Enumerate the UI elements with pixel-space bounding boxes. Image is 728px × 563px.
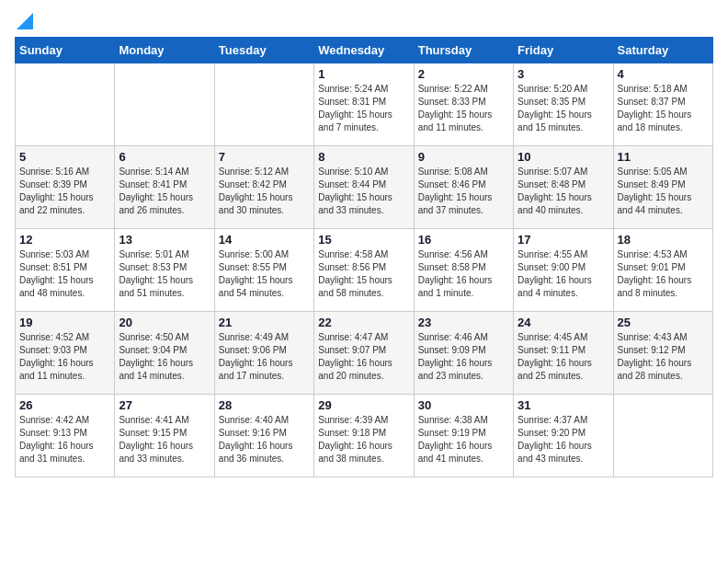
day-number: 15 — [318, 233, 409, 247]
calendar-cell: 4Sunrise: 5:18 AM Sunset: 8:37 PM Daylig… — [613, 63, 712, 146]
day-detail: Sunrise: 4:49 AM Sunset: 9:06 PM Dayligh… — [219, 331, 310, 383]
calendar-cell: 14Sunrise: 5:00 AM Sunset: 8:55 PM Dayli… — [214, 229, 313, 312]
day-detail: Sunrise: 5:05 AM Sunset: 8:49 PM Dayligh… — [618, 166, 709, 217]
calendar-cell: 2Sunrise: 5:22 AM Sunset: 8:33 PM Daylig… — [414, 63, 513, 146]
calendar-cell: 13Sunrise: 5:01 AM Sunset: 8:53 PM Dayli… — [115, 229, 214, 312]
day-number: 20 — [119, 316, 210, 329]
header-wednesday: Wednesday — [314, 38, 414, 63]
calendar-week-5: 26Sunrise: 4:42 AM Sunset: 9:13 PM Dayli… — [16, 395, 713, 477]
day-detail: Sunrise: 5:10 AM Sunset: 8:44 PM Dayligh… — [318, 166, 409, 217]
day-detail: Sunrise: 5:24 AM Sunset: 8:31 PM Dayligh… — [318, 83, 409, 134]
day-number: 25 — [618, 316, 709, 329]
day-number: 5 — [19, 150, 110, 164]
calendar-cell: 21Sunrise: 4:49 AM Sunset: 9:06 PM Dayli… — [214, 312, 313, 395]
calendar-cell: 7Sunrise: 5:12 AM Sunset: 8:42 PM Daylig… — [214, 146, 313, 229]
day-detail: Sunrise: 4:40 AM Sunset: 9:16 PM Dayligh… — [219, 414, 310, 465]
day-number: 30 — [418, 398, 509, 412]
day-number: 3 — [518, 67, 609, 81]
logo-triangle-icon — [17, 13, 33, 29]
calendar-cell: 23Sunrise: 4:46 AM Sunset: 9:09 PM Dayli… — [414, 312, 513, 395]
calendar-cell: 25Sunrise: 4:43 AM Sunset: 9:12 PM Dayli… — [613, 312, 712, 395]
calendar: SundayMondayTuesdayWednesdayThursdayFrid… — [15, 37, 713, 477]
header-sunday: Sunday — [16, 38, 115, 63]
day-detail: Sunrise: 4:46 AM Sunset: 9:09 PM Dayligh… — [418, 331, 509, 383]
day-detail: Sunrise: 5:14 AM Sunset: 8:41 PM Dayligh… — [119, 166, 210, 217]
day-number: 23 — [418, 316, 509, 329]
calendar-cell: 22Sunrise: 4:47 AM Sunset: 9:07 PM Dayli… — [314, 312, 414, 395]
calendar-cell: 31Sunrise: 4:37 AM Sunset: 9:20 PM Dayli… — [514, 395, 613, 477]
calendar-cell: 24Sunrise: 4:45 AM Sunset: 9:11 PM Dayli… — [514, 312, 613, 395]
day-detail: Sunrise: 4:37 AM Sunset: 9:20 PM Dayligh… — [518, 414, 609, 465]
calendar-cell: 1Sunrise: 5:24 AM Sunset: 8:31 PM Daylig… — [314, 63, 414, 146]
day-detail: Sunrise: 5:08 AM Sunset: 8:46 PM Dayligh… — [418, 166, 509, 217]
day-detail: Sunrise: 4:56 AM Sunset: 8:58 PM Dayligh… — [418, 248, 509, 300]
day-number: 9 — [418, 150, 509, 164]
day-detail: Sunrise: 4:52 AM Sunset: 9:03 PM Dayligh… — [19, 331, 110, 383]
calendar-week-2: 5Sunrise: 5:16 AM Sunset: 8:39 PM Daylig… — [16, 146, 713, 229]
day-number: 26 — [19, 398, 110, 412]
day-number: 17 — [518, 233, 609, 247]
day-number: 2 — [418, 67, 509, 81]
calendar-cell: 12Sunrise: 5:03 AM Sunset: 8:51 PM Dayli… — [16, 229, 115, 312]
day-detail: Sunrise: 4:58 AM Sunset: 8:56 PM Dayligh… — [318, 248, 409, 300]
header-friday: Friday — [514, 38, 613, 63]
day-number: 19 — [19, 316, 110, 329]
day-detail: Sunrise: 4:43 AM Sunset: 9:12 PM Dayligh… — [618, 331, 709, 383]
day-number: 13 — [119, 233, 210, 247]
calendar-cell — [16, 63, 115, 146]
header-thursday: Thursday — [414, 38, 513, 63]
calendar-cell: 6Sunrise: 5:14 AM Sunset: 8:41 PM Daylig… — [115, 146, 214, 229]
day-number: 12 — [19, 233, 110, 247]
day-number: 27 — [119, 398, 210, 412]
day-detail: Sunrise: 5:18 AM Sunset: 8:37 PM Dayligh… — [618, 83, 709, 134]
day-detail: Sunrise: 5:01 AM Sunset: 8:53 PM Dayligh… — [119, 248, 210, 300]
day-number: 31 — [518, 398, 609, 412]
day-detail: Sunrise: 5:16 AM Sunset: 8:39 PM Dayligh… — [19, 166, 110, 217]
day-number: 16 — [418, 233, 509, 247]
header-monday: Monday — [115, 38, 214, 63]
day-number: 21 — [219, 316, 310, 329]
day-detail: Sunrise: 4:41 AM Sunset: 9:15 PM Dayligh… — [119, 414, 210, 465]
calendar-cell: 29Sunrise: 4:39 AM Sunset: 9:18 PM Dayli… — [314, 395, 414, 477]
calendar-cell — [115, 63, 214, 146]
day-number: 6 — [119, 150, 210, 164]
day-number: 18 — [618, 233, 709, 247]
calendar-cell: 20Sunrise: 4:50 AM Sunset: 9:04 PM Dayli… — [115, 312, 214, 395]
day-detail: Sunrise: 4:53 AM Sunset: 9:01 PM Dayligh… — [618, 248, 709, 300]
calendar-week-1: 1Sunrise: 5:24 AM Sunset: 8:31 PM Daylig… — [16, 63, 713, 146]
calendar-cell: 15Sunrise: 4:58 AM Sunset: 8:56 PM Dayli… — [314, 229, 414, 312]
day-detail: Sunrise: 5:00 AM Sunset: 8:55 PM Dayligh… — [219, 248, 310, 300]
day-number: 1 — [318, 67, 409, 81]
day-detail: Sunrise: 5:22 AM Sunset: 8:33 PM Dayligh… — [418, 83, 509, 134]
day-number: 11 — [618, 150, 709, 164]
logo — [15, 15, 33, 29]
calendar-cell: 9Sunrise: 5:08 AM Sunset: 8:46 PM Daylig… — [414, 146, 513, 229]
calendar-cell: 19Sunrise: 4:52 AM Sunset: 9:03 PM Dayli… — [16, 312, 115, 395]
day-number: 7 — [219, 150, 310, 164]
calendar-cell: 28Sunrise: 4:40 AM Sunset: 9:16 PM Dayli… — [214, 395, 313, 477]
day-detail: Sunrise: 4:55 AM Sunset: 9:00 PM Dayligh… — [518, 248, 609, 300]
calendar-cell: 30Sunrise: 4:38 AM Sunset: 9:19 PM Dayli… — [414, 395, 513, 477]
calendar-cell: 10Sunrise: 5:07 AM Sunset: 8:48 PM Dayli… — [514, 146, 613, 229]
calendar-cell: 18Sunrise: 4:53 AM Sunset: 9:01 PM Dayli… — [613, 229, 712, 312]
day-detail: Sunrise: 4:50 AM Sunset: 9:04 PM Dayligh… — [119, 331, 210, 383]
day-detail: Sunrise: 4:47 AM Sunset: 9:07 PM Dayligh… — [318, 331, 409, 383]
day-number: 22 — [318, 316, 409, 329]
day-detail: Sunrise: 5:12 AM Sunset: 8:42 PM Dayligh… — [219, 166, 310, 217]
calendar-cell: 16Sunrise: 4:56 AM Sunset: 8:58 PM Dayli… — [414, 229, 513, 312]
day-detail: Sunrise: 5:07 AM Sunset: 8:48 PM Dayligh… — [518, 166, 609, 217]
calendar-header-row: SundayMondayTuesdayWednesdayThursdayFrid… — [16, 38, 713, 63]
svg-marker-0 — [17, 13, 33, 29]
day-detail: Sunrise: 4:45 AM Sunset: 9:11 PM Dayligh… — [518, 331, 609, 383]
day-detail: Sunrise: 4:39 AM Sunset: 9:18 PM Dayligh… — [318, 414, 409, 465]
calendar-cell: 26Sunrise: 4:42 AM Sunset: 9:13 PM Dayli… — [16, 395, 115, 477]
day-detail: Sunrise: 4:38 AM Sunset: 9:19 PM Dayligh… — [418, 414, 509, 465]
day-number: 8 — [318, 150, 409, 164]
calendar-cell: 11Sunrise: 5:05 AM Sunset: 8:49 PM Dayli… — [613, 146, 712, 229]
calendar-cell: 8Sunrise: 5:10 AM Sunset: 8:44 PM Daylig… — [314, 146, 414, 229]
calendar-cell: 17Sunrise: 4:55 AM Sunset: 9:00 PM Dayli… — [514, 229, 613, 312]
header-saturday: Saturday — [613, 38, 712, 63]
day-number: 28 — [219, 398, 310, 412]
calendar-cell: 27Sunrise: 4:41 AM Sunset: 9:15 PM Dayli… — [115, 395, 214, 477]
calendar-cell: 5Sunrise: 5:16 AM Sunset: 8:39 PM Daylig… — [16, 146, 115, 229]
